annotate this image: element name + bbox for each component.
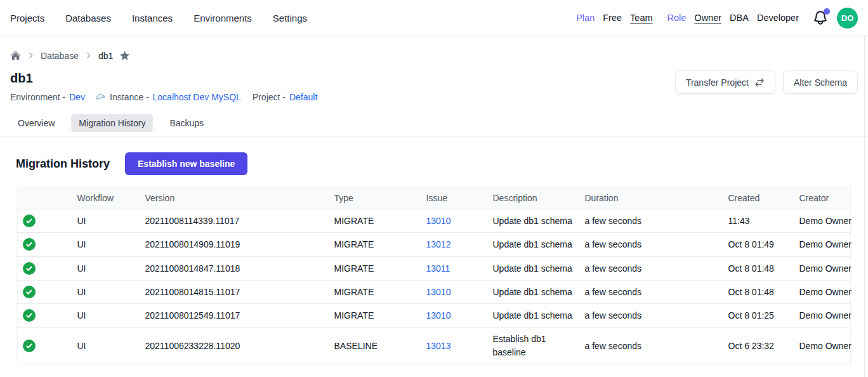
duration-cell: a few seconds: [575, 280, 718, 303]
database-header: db1 Environment - Dev Instance - Localho…: [0, 62, 868, 102]
establish-baseline-button[interactable]: Establish new baseline: [125, 152, 247, 175]
mysql-dolphin-icon: [89, 91, 106, 102]
column-header-creator: Creator: [789, 187, 851, 209]
type-cell: MIGRATE: [324, 233, 416, 256]
description-cell: Update db1 schema: [483, 209, 575, 233]
issue-link[interactable]: 13012: [426, 239, 451, 249]
description-cell: Update db1 schema: [483, 304, 575, 327]
alter-schema-label: Alter Schema: [794, 77, 847, 88]
created-cell: Oct 8 01:48: [718, 256, 789, 280]
issue-cell: 13010: [416, 280, 483, 303]
tab-backups[interactable]: Backups: [162, 114, 211, 132]
type-cell: MIGRATE: [324, 256, 416, 280]
instance-label: Instance -: [110, 92, 148, 102]
favorite-star-icon[interactable]: [119, 50, 131, 62]
success-check-icon: [23, 215, 67, 227]
issue-link[interactable]: 13013: [426, 341, 451, 351]
creator-cell: Demo Owner: [789, 233, 851, 256]
issue-cell: 13013: [416, 327, 483, 364]
environment-link[interactable]: Dev: [69, 92, 85, 102]
user-avatar[interactable]: DO: [837, 8, 858, 29]
status-column-header: [18, 187, 67, 209]
migration-history-section-header: Migration History Establish new baseline: [16, 152, 852, 175]
role-label[interactable]: Role: [667, 13, 687, 23]
column-header-version: Version: [135, 187, 324, 209]
breadcrumb: Database db1: [0, 36, 868, 62]
database-header-left: db1 Environment - Dev Instance - Localho…: [10, 62, 317, 102]
nav-item-projects[interactable]: Projects: [10, 13, 44, 23]
description-cell: Update db1 schema: [483, 233, 575, 256]
migration-row[interactable]: UI 20211008014847.11018 MIGRATE 13011 Up…: [18, 256, 851, 280]
scrollbar-track: [864, 36, 865, 377]
status-cell: [18, 256, 67, 280]
issue-cell: 13012: [416, 233, 483, 256]
migration-row[interactable]: UI 20211008114339.11017 MIGRATE 13010 Up…: [18, 209, 851, 233]
role-option-developer[interactable]: Developer: [757, 13, 799, 23]
project-link[interactable]: Default: [289, 92, 317, 102]
page-title: db1: [10, 71, 317, 86]
nav-item-environments[interactable]: Environments: [194, 13, 252, 23]
version-cell: 20211008014909.11019: [135, 233, 324, 256]
issue-link[interactable]: 13011: [426, 263, 450, 274]
breadcrumb-current: db1: [98, 51, 113, 61]
column-header-duration: Duration: [575, 187, 718, 209]
nav-item-databases[interactable]: Databases: [65, 13, 111, 23]
created-cell: Oct 8 01:48: [718, 280, 789, 303]
issue-link[interactable]: 13010: [426, 310, 451, 321]
created-cell: 11:43: [718, 209, 789, 233]
nav-item-instances[interactable]: Instances: [132, 13, 173, 23]
database-tabs: Overview Migration History Backups: [0, 114, 868, 136]
duration-cell: a few seconds: [575, 256, 718, 280]
workflow-cell: UI: [67, 327, 135, 364]
creator-cell: Demo Owner: [789, 280, 851, 303]
migration-history-table: Workflow Version Type Issue Description …: [17, 187, 851, 364]
issue-cell: 13011: [416, 256, 483, 280]
migration-row[interactable]: UI 20211008014815.11017 MIGRATE 13010 Up…: [18, 280, 851, 303]
role-option-dba[interactable]: DBA: [730, 13, 749, 23]
database-header-actions: Transfer Project Alter Schema: [675, 70, 858, 94]
creator-cell: Demo Owner: [789, 304, 851, 327]
type-cell: MIGRATE: [324, 209, 416, 233]
plan-option-free[interactable]: Free: [603, 13, 622, 23]
status-cell: [18, 304, 67, 327]
duration-cell: a few seconds: [575, 304, 718, 327]
table-body: UI 20211008114339.11017 MIGRATE 13010 Up…: [18, 209, 851, 364]
transfer-project-button[interactable]: Transfer Project: [675, 70, 775, 94]
tab-overview[interactable]: Overview: [10, 114, 62, 132]
table-header: Workflow Version Type Issue Description …: [18, 187, 851, 209]
breadcrumb-database[interactable]: Database: [41, 51, 79, 61]
workflow-cell: UI: [67, 304, 135, 327]
column-header-workflow: Workflow: [67, 187, 135, 209]
migration-row[interactable]: UI 20211006233228.11020 BASELINE 13013 E…: [18, 327, 851, 364]
environment-info: Environment - Dev: [10, 92, 85, 102]
created-cell: Oct 6 23:32: [718, 327, 789, 364]
duration-cell: a few seconds: [575, 233, 718, 256]
column-header-description: Description: [483, 187, 575, 209]
version-cell: 20211008014815.11017: [135, 280, 324, 303]
migration-row[interactable]: UI 20211008014909.11019 MIGRATE 13012 Up…: [18, 233, 851, 256]
chevron-right-icon: [27, 51, 35, 60]
role-option-owner[interactable]: Owner: [694, 13, 721, 23]
creator-cell: Demo Owner: [789, 327, 851, 364]
transfer-project-label: Transfer Project: [686, 77, 749, 88]
instance-link[interactable]: Localhost Dev MySQL: [153, 92, 241, 102]
duration-cell: a few seconds: [575, 327, 718, 364]
swap-arrows-icon: [754, 77, 765, 88]
plan-label[interactable]: Plan: [576, 13, 595, 23]
success-check-icon: [23, 309, 67, 322]
nav-item-settings[interactable]: Settings: [273, 13, 307, 23]
plan-option-team[interactable]: Team: [630, 13, 652, 23]
issue-link[interactable]: 13010: [426, 216, 451, 226]
migration-row[interactable]: UI 20211008012549.11017 MIGRATE 13010 Up…: [18, 304, 851, 327]
notifications-bell-icon[interactable]: [812, 10, 829, 26]
status-cell: [18, 233, 67, 256]
alter-schema-button[interactable]: Alter Schema: [783, 70, 858, 94]
notification-dot: [824, 8, 830, 15]
success-check-icon: [23, 238, 67, 251]
issue-link[interactable]: 13010: [426, 287, 451, 297]
tab-migration-history[interactable]: Migration History: [71, 114, 153, 132]
workflow-cell: UI: [67, 280, 135, 303]
created-cell: Oct 8 01:25: [718, 304, 789, 327]
creator-cell: Demo Owner: [789, 209, 851, 233]
home-icon[interactable]: [10, 50, 21, 61]
